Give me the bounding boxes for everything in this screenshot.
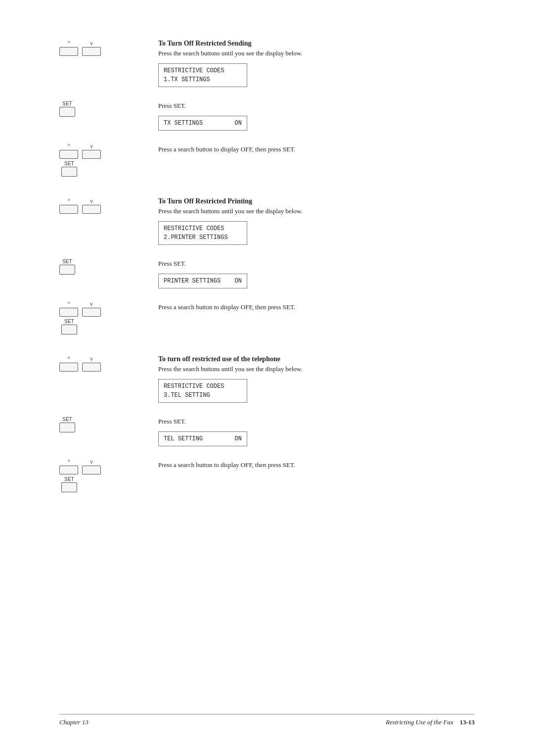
press-set-tx: Press SET. (158, 99, 475, 110)
up-arrow-label-tx-1: ^ (68, 41, 70, 46)
set-button-group-tel-2: SET (61, 476, 77, 492)
down-button-group-tel-1: v (82, 356, 101, 372)
lcd-printer-1-line1: RESTRICTIVE CODES (164, 224, 242, 233)
right-col-printer-1: To Turn Off Restricted Printing Press th… (158, 197, 475, 248)
up-down-buttons-tx-1: ^ v (59, 41, 105, 56)
set-label-tel-2: SET (64, 476, 74, 482)
left-col-tx-set: SET (59, 99, 158, 117)
up-button-group-tel-1: ^ (59, 356, 78, 372)
section-title-printer: To Turn Off Restricted Printing (158, 197, 475, 205)
lcd-tel-2-text: TEL SETTING (164, 434, 225, 443)
set-button-printer-2[interactable] (61, 325, 77, 334)
updown-set-tx: ^ v SET (59, 143, 105, 177)
right-col-printer-set: Press SET. PRINTER SETTINGS ON (158, 257, 475, 291)
down-button-printer-2[interactable] (82, 308, 101, 317)
press-set-printer: Press SET. (158, 257, 475, 268)
press-search-tel: Press a search button to display OFF, th… (158, 458, 475, 469)
up-arrow-label-printer-2: ^ (68, 301, 70, 307)
footer: Chapter 13 Restricting Use of the Fax 13… (59, 714, 475, 726)
up-button-tx-2[interactable] (59, 150, 78, 159)
up-button-group-printer-2: ^ (59, 301, 78, 317)
section-title-tel: To turn off restricted use of the teleph… (158, 355, 475, 363)
section-printer-search: ^ v SET Press a search button to display… (59, 300, 475, 334)
footer-right-italic: Restricting Use of the Fax (386, 718, 453, 726)
down-button-tel-2[interactable] (82, 466, 101, 474)
down-button-group-printer-1: v (82, 198, 101, 214)
down-arrow-label-tel-2: v (90, 459, 93, 465)
left-col-tx-1: ^ v (59, 40, 158, 56)
up-button-printer-1[interactable] (59, 205, 78, 214)
lcd-tx-2-on: ON (225, 119, 242, 128)
set-button-group-tx: SET (59, 101, 75, 117)
set-button-tx[interactable] (59, 107, 75, 117)
lcd-printer-2: PRINTER SETTINGS ON (158, 274, 247, 288)
set-button-group-printer-2: SET (61, 319, 77, 334)
down-button-tel-1[interactable] (82, 363, 101, 372)
up-arrow-label-tel-1: ^ (68, 356, 70, 362)
lcd-tel-1: RESTRICTIVE CODES 3.TEL SETTING (158, 379, 247, 403)
down-button-printer-1[interactable] (82, 205, 101, 214)
up-arrow-label-tx-2: ^ (68, 143, 70, 149)
down-button-tx-1[interactable] (82, 47, 101, 56)
lcd-printer-1: RESTRICTIVE CODES 2.PRINTER SETTINGS (158, 221, 247, 245)
set-button-printer[interactable] (59, 265, 75, 275)
down-arrow-label-printer-2: v (90, 301, 93, 307)
left-col-tx-search: ^ v SET (59, 142, 158, 177)
set-button-tx-2[interactable] (61, 167, 77, 177)
lcd-printer-2-text: PRINTER SETTINGS (164, 277, 225, 285)
section-desc-tx: Press the search buttons until you see t… (158, 49, 475, 57)
right-col-tel-1: To turn off restricted use of the teleph… (158, 355, 475, 406)
set-button-tel-2[interactable] (61, 482, 77, 492)
up-button-group-printer-1: ^ (59, 198, 78, 214)
lcd-tel-2: TEL SETTING ON (158, 431, 247, 446)
section-desc-printer: Press the search buttons until you see t… (158, 207, 475, 215)
left-col-tel-search: ^ v SET (59, 458, 158, 492)
down-button-group-tel-2: v (82, 459, 101, 474)
set-button-group-printer: SET (59, 259, 75, 275)
set-label-printer: SET (62, 259, 72, 264)
section-tel-set: SET Press SET. TEL SETTING ON (59, 415, 475, 449)
left-col-printer-search: ^ v SET (59, 300, 158, 334)
up-down-buttons-tel-1: ^ v (59, 356, 105, 372)
lcd-tel-2-content: TEL SETTING ON (164, 434, 242, 443)
set-button-tel[interactable] (59, 423, 75, 432)
up-button-tel-2[interactable] (59, 466, 78, 474)
right-col-tx-search: Press a search button to display OFF, th… (158, 142, 475, 153)
lcd-printer-2-on: ON (225, 277, 242, 285)
press-set-tel: Press SET. (158, 415, 475, 425)
down-button-group-tx-1: v (82, 41, 101, 56)
left-col-printer-1: ^ v (59, 197, 158, 214)
section-printer-set: SET Press SET. PRINTER SETTINGS ON (59, 257, 475, 291)
set-button-group-tel: SET (59, 417, 75, 432)
up-button-printer-2[interactable] (59, 308, 78, 317)
up-button-tx-1[interactable] (59, 47, 78, 56)
lcd-tx-1: RESTRICTIVE CODES 1.TX SETTINGS (158, 63, 247, 87)
down-button-group-tx-2: v (82, 143, 101, 159)
footer-right-bold: 13-13 (460, 718, 475, 726)
right-col-tel-search: Press a search button to display OFF, th… (158, 458, 475, 469)
up-arrow-label-tel-2: ^ (68, 459, 70, 465)
right-col-tel-set: Press SET. TEL SETTING ON (158, 415, 475, 449)
set-label-tx: SET (62, 101, 72, 106)
lcd-tx-2-text: TX SETTINGS (164, 119, 225, 128)
lcd-tx-2: TX SETTINGS ON (158, 116, 247, 131)
right-col-tx-set: Press SET. TX SETTINGS ON (158, 99, 475, 134)
lcd-tel-1-line1: RESTRICTIVE CODES (164, 382, 242, 391)
up-arrow-label-printer-1: ^ (68, 198, 70, 204)
lcd-printer-2-content: PRINTER SETTINGS ON (164, 277, 242, 285)
right-col-printer-search: Press a search button to display OFF, th… (158, 300, 475, 311)
footer-chapter: Chapter 13 (59, 718, 89, 726)
up-button-group-tel-2: ^ (59, 459, 78, 474)
down-arrow-label-printer-1: v (90, 198, 93, 204)
down-button-tx-2[interactable] (82, 150, 101, 159)
set-button-group-tx-2: SET (61, 161, 77, 177)
section-printer-settings: ^ v To Turn Off Restricted Printing Pres… (59, 197, 475, 248)
down-arrow-label-tx-2: v (90, 143, 93, 149)
up-button-tel-1[interactable] (59, 363, 78, 372)
down-arrow-label-tel-1: v (90, 356, 93, 362)
lcd-tx-1-line1: RESTRICTIVE CODES (164, 66, 242, 75)
lcd-printer-1-line2: 2.PRINTER SETTINGS (164, 233, 242, 242)
updown-set-tel: ^ v SET (59, 459, 105, 492)
lcd-tel-2-on: ON (225, 434, 242, 443)
up-button-group-tx-2: ^ (59, 143, 78, 159)
